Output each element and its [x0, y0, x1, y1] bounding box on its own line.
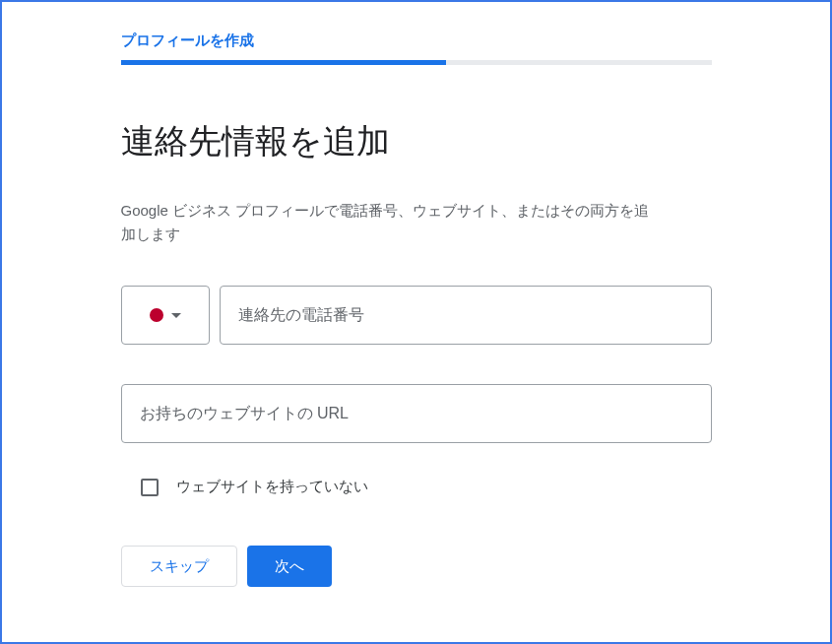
- phone-input-row: [121, 286, 712, 345]
- button-row: スキップ 次へ: [121, 546, 712, 587]
- skip-button[interactable]: スキップ: [121, 546, 237, 587]
- next-button[interactable]: 次へ: [247, 546, 332, 587]
- no-website-row: ウェブサイトを持っていない: [141, 478, 712, 496]
- chevron-down-icon: [171, 313, 181, 318]
- progress-fill: [121, 60, 446, 65]
- form-container: プロフィールを作成 連絡先情報を追加 Google ビジネス プロフィールで電話…: [101, 2, 732, 607]
- phone-input[interactable]: [220, 286, 712, 345]
- page-title: 連絡先情報を追加: [121, 119, 712, 164]
- no-website-label[interactable]: ウェブサイトを持っていない: [176, 478, 368, 496]
- no-website-checkbox[interactable]: [141, 479, 159, 496]
- website-input[interactable]: [121, 384, 712, 443]
- description-text: Google ビジネス プロフィールで電話番号、ウェブサイト、またはその両方を追…: [121, 199, 653, 246]
- country-selector[interactable]: [121, 286, 210, 345]
- progress-bar: [121, 60, 712, 65]
- step-label: プロフィールを作成: [121, 32, 712, 50]
- flag-japan-icon: [150, 308, 163, 322]
